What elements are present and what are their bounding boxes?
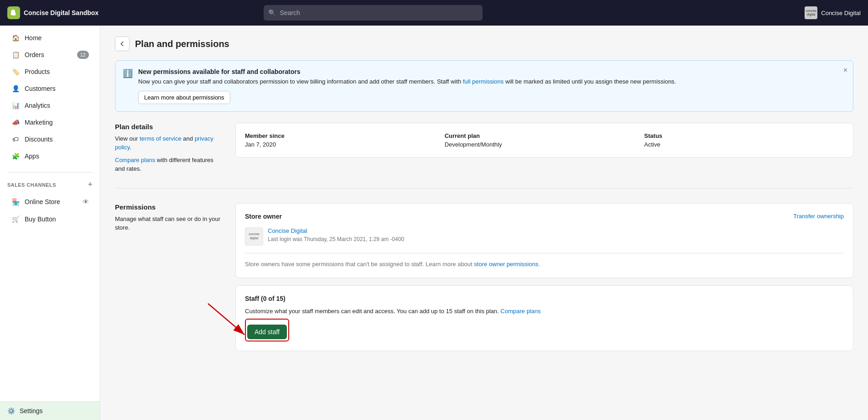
- sidebar-item-customers-label: Customers: [25, 85, 56, 92]
- owner-name-link[interactable]: Concise Digital: [268, 227, 404, 234]
- owner-last-login: Last login was Thursday, 25 March 2021, …: [268, 236, 404, 242]
- orders-icon: 📋: [11, 50, 20, 59]
- permissions-title: Permissions: [115, 203, 224, 211]
- sidebar-item-analytics[interactable]: 📊 Analytics: [4, 97, 96, 114]
- home-icon: 🏠: [11, 33, 20, 42]
- search-input[interactable]: [264, 5, 483, 21]
- store-avatar: concisedigital: [805, 6, 817, 19]
- eye-icon[interactable]: 👁: [83, 198, 89, 205]
- page-title: Plan and permissions: [135, 39, 229, 49]
- store-owner-header: Store owner Transfer ownership: [245, 213, 844, 220]
- plan-details-desc: View our terms of service and privacy po…: [115, 134, 224, 152]
- plan-details-left: Plan details View our terms of service a…: [115, 123, 224, 173]
- sidebar-divider: [7, 172, 93, 173]
- store-owner-permissions-link[interactable]: store owner permissions: [474, 261, 538, 268]
- brand-name: Concise Digital Sandbox: [24, 9, 99, 16]
- info-banner: × ℹ️ New permissions available for staff…: [115, 60, 853, 112]
- owner-avatar: concisedigital: [245, 227, 263, 246]
- apps-icon: 🧩: [11, 152, 20, 161]
- sidebar-item-settings[interactable]: ⚙️ Settings: [0, 402, 100, 420]
- full-permissions-link[interactable]: full permissions: [463, 78, 504, 85]
- member-since-label: Member since: [245, 132, 445, 139]
- top-bar: Concise Digital Sandbox 🔍 concisedigital…: [0, 0, 868, 26]
- sidebar-item-buy-button[interactable]: 🛒 Buy Button: [4, 211, 96, 227]
- back-button[interactable]: [115, 37, 130, 51]
- banner-close-button[interactable]: ×: [843, 66, 847, 74]
- sidebar-item-buy-button-label: Buy Button: [25, 215, 56, 223]
- banner-text-part2: will be marked as limited until you assi…: [504, 78, 676, 85]
- store-owner-card: Store owner Transfer ownership concisedi…: [235, 203, 853, 278]
- permissions-right: Store owner Transfer ownership concisedi…: [235, 203, 853, 351]
- analytics-icon: 📊: [11, 101, 20, 110]
- marketing-icon: 📣: [11, 118, 20, 127]
- current-plan-value: Development/Monthly: [445, 141, 645, 148]
- sales-channels-header: SALES CHANNELS +: [0, 176, 100, 193]
- sidebar-item-home-label: Home: [25, 34, 42, 42]
- settings-icon: ⚙️: [7, 407, 15, 415]
- main-content: Plan and permissions × ℹ️ New permission…: [100, 26, 868, 420]
- desc-and: and: [182, 135, 195, 142]
- plan-details-right: Member since Jan 7, 2020 Current plan De…: [235, 123, 853, 173]
- transfer-ownership-link[interactable]: Transfer ownership: [793, 213, 844, 220]
- search-icon: 🔍: [268, 9, 276, 16]
- brand-logo: Concise Digital Sandbox: [7, 6, 99, 19]
- permissions-left: Permissions Manage what staff can see or…: [115, 203, 224, 351]
- banner-text: Now you can give your staff and collabor…: [138, 77, 676, 86]
- sidebar-item-products[interactable]: 🏷️ Products: [4, 63, 96, 80]
- owner-details: Concise Digital Last login was Thursday,…: [268, 227, 404, 242]
- desc-end: .: [130, 144, 131, 151]
- store-owner-title: Store owner: [245, 213, 282, 220]
- sidebar-item-online-store-label: Online Store: [25, 198, 60, 205]
- sidebar-item-analytics-label: Analytics: [25, 102, 50, 109]
- banner-text-part1: Now you can give your staff and collabor…: [138, 78, 463, 85]
- compare-plans-link-staff[interactable]: Compare plans: [500, 308, 541, 315]
- search-bar: 🔍: [264, 5, 483, 21]
- sidebar-item-orders-label: Orders: [25, 51, 44, 58]
- staff-desc: Customize what your staff members can ed…: [245, 307, 844, 316]
- plan-grid: Member since Jan 7, 2020 Current plan De…: [245, 132, 844, 148]
- sidebar-item-apps[interactable]: 🧩 Apps: [4, 148, 96, 164]
- learn-more-button[interactable]: Learn more about permissions: [138, 91, 230, 104]
- member-since-value: Jan 7, 2020: [245, 141, 445, 148]
- add-staff-button-wrapper: Add staff: [245, 319, 289, 341]
- store-name: Concise Digital: [821, 10, 861, 16]
- sidebar: 🏠 Home 📋 Orders 12 🏷️ Products 👤 Cu: [0, 26, 100, 420]
- sidebar-item-marketing[interactable]: 📣 Marketing: [4, 114, 96, 131]
- sidebar-item-orders[interactable]: 📋 Orders 12: [4, 47, 96, 63]
- sidebar-item-discounts[interactable]: 🏷 Discounts: [4, 131, 96, 147]
- sidebar-item-marketing-label: Marketing: [25, 119, 52, 126]
- owner-info: concisedigital Concise Digital Last logi…: [245, 227, 844, 246]
- sidebar-item-home[interactable]: 🏠 Home: [4, 30, 96, 46]
- discounts-icon: 🏷: [11, 135, 20, 144]
- permissions-desc: Manage what staff can see or do in your …: [115, 215, 224, 232]
- sidebar-item-settings-label: Settings: [20, 407, 43, 415]
- products-icon: 🏷️: [11, 67, 20, 76]
- add-sales-channel-button[interactable]: +: [88, 180, 93, 189]
- add-staff-button[interactable]: Add staff: [247, 325, 287, 339]
- sidebar-item-discounts-label: Discounts: [25, 136, 52, 143]
- permissions-section: Permissions Manage what staff can see or…: [115, 203, 853, 366]
- owner-note-end: .: [538, 261, 540, 268]
- status-value: Active: [644, 141, 844, 148]
- owner-note: Store owners have some permissions that …: [245, 253, 844, 269]
- current-plan-label: Current plan: [445, 132, 645, 139]
- sidebar-item-products-label: Products: [25, 68, 50, 75]
- current-plan-item: Current plan Development/Monthly: [445, 132, 645, 148]
- terms-link[interactable]: terms of service: [140, 135, 182, 142]
- page-header: Plan and permissions: [115, 37, 853, 51]
- staff-section-wrapper: Staff (0 of 15) Customize what your staf…: [235, 285, 853, 351]
- customers-icon: 👤: [11, 84, 20, 93]
- sidebar-nav: 🏠 Home 📋 Orders 12 🏷️ Products 👤 Cu: [0, 26, 100, 168]
- plan-details-title: Plan details: [115, 123, 224, 131]
- info-icon: ℹ️: [123, 68, 133, 104]
- member-since-item: Member since Jan 7, 2020: [245, 132, 445, 148]
- orders-badge: 12: [77, 51, 89, 59]
- shopify-logo-icon: [7, 6, 20, 19]
- desc-part1: View our: [115, 135, 140, 142]
- back-icon: [119, 41, 125, 47]
- sidebar-item-online-store[interactable]: 🏪 Online Store 👁: [4, 194, 96, 210]
- compare-plans-link-plan[interactable]: Compare plans: [115, 157, 155, 163]
- banner-title: New permissions available for staff and …: [138, 68, 676, 75]
- status-label: Status: [644, 132, 844, 139]
- sidebar-item-customers[interactable]: 👤 Customers: [4, 80, 96, 97]
